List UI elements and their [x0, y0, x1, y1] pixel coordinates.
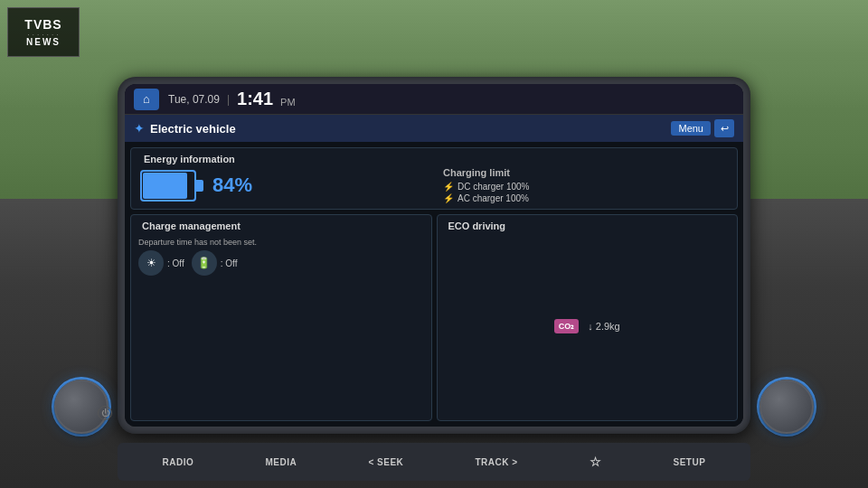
eco-driving-panel: ECO driving CO₂ ↓ 2.9kg	[437, 214, 739, 421]
charge-management-panel: Charge management Departure time has not…	[130, 214, 432, 421]
ev-icon: ✦	[134, 121, 145, 136]
favorite-button[interactable]: ☆	[582, 451, 609, 473]
separator: |	[227, 93, 230, 106]
menu-button[interactable]: Menu	[671, 121, 711, 136]
content-area: Energy information 84% Charging limit	[125, 142, 743, 427]
mgmt-row: ☀ : Off 🔋 : Off	[138, 250, 424, 276]
energy-section-title: Energy information	[140, 154, 728, 167]
co2-badge: CO₂	[554, 319, 580, 333]
eco-section-title: ECO driving	[445, 221, 731, 234]
tvbs-news-text: NEWS	[26, 37, 61, 47]
battery-section: 84%	[140, 170, 425, 202]
eco-value: ↓ 2.9kg	[588, 321, 619, 332]
mgmt-item-1[interactable]: ☀ : Off	[138, 250, 184, 276]
power-button[interactable]: ⏻	[98, 406, 112, 420]
mgmt-item-2[interactable]: 🔋 : Off	[192, 250, 238, 276]
charge-mgmt-title: Charge management	[138, 221, 424, 234]
screen-bezel: ⌂ Tue, 07.09 | 1:41 PM ✦ Electric vehicl…	[118, 77, 750, 434]
ac-charger-label: AC charger 100%	[458, 193, 529, 203]
buttons-bar: RADIO MEDIA < SEEK TRACK > ☆ SETUP	[118, 443, 750, 481]
track-forward-button[interactable]: TRACK >	[467, 454, 524, 471]
charge-icon: 🔋	[192, 250, 217, 276]
charging-limit-title: Charging limit	[443, 167, 728, 178]
setup-button[interactable]: SETUP	[665, 454, 712, 471]
departure-notice: Departure time has not been set.	[138, 238, 424, 247]
eco-content: CO₂ ↓ 2.9kg	[445, 238, 731, 415]
charging-info: Charging limit ⚡ DC charger 100% ⚡ AC ch…	[443, 167, 728, 203]
dc-charger-info: ⚡ DC charger 100%	[443, 182, 728, 192]
energy-content: 84% Charging limit ⚡ DC charger 100% ⚡ A…	[140, 167, 728, 203]
ac-charger-info: ⚡ AC charger 100%	[443, 193, 728, 203]
mgmt-label-1: : Off	[167, 258, 184, 268]
date-display: Tue, 07.09	[168, 93, 220, 106]
top-bar: ⌂ Tue, 07.09 | 1:41 PM	[125, 84, 743, 115]
ac-charger-icon: ⚡	[443, 193, 454, 203]
schedule-icon: ☀	[138, 250, 164, 276]
radio-button[interactable]: RADIO	[156, 454, 202, 471]
home-button[interactable]: ⌂	[134, 89, 159, 110]
dc-charger-label: DC charger 100%	[458, 182, 529, 192]
mgmt-label-2: : Off	[221, 258, 238, 268]
battery-tip	[196, 180, 203, 192]
energy-panel: Energy information 84% Charging limit	[130, 147, 738, 210]
date-time-display: Tue, 07.09 | 1:41 PM	[168, 89, 734, 109]
tvbs-brand-text: TVBS	[24, 18, 61, 31]
battery-percentage: 84%	[212, 174, 252, 197]
home-icon: ⌂	[143, 92, 150, 106]
time-display: 1:41	[237, 89, 273, 109]
back-button[interactable]: ↩	[714, 119, 734, 137]
dc-charger-icon: ⚡	[443, 182, 454, 192]
right-knob[interactable]	[760, 380, 814, 434]
main-screen: ⌂ Tue, 07.09 | 1:41 PM ✦ Electric vehicl…	[125, 84, 743, 427]
bottom-panels: Charge management Departure time has not…	[130, 214, 738, 421]
page-title: Electric vehicle	[150, 122, 671, 136]
tvbs-logo: TVBS · · · · · · · NEWS	[7, 7, 80, 57]
battery-icon	[140, 170, 203, 202]
battery-fill	[143, 173, 187, 199]
seek-back-button[interactable]: < SEEK	[361, 454, 410, 471]
ampm-display: PM	[280, 97, 296, 108]
nav-bar: ✦ Electric vehicle Menu ↩	[125, 115, 743, 142]
media-button[interactable]: MEDIA	[259, 454, 305, 471]
